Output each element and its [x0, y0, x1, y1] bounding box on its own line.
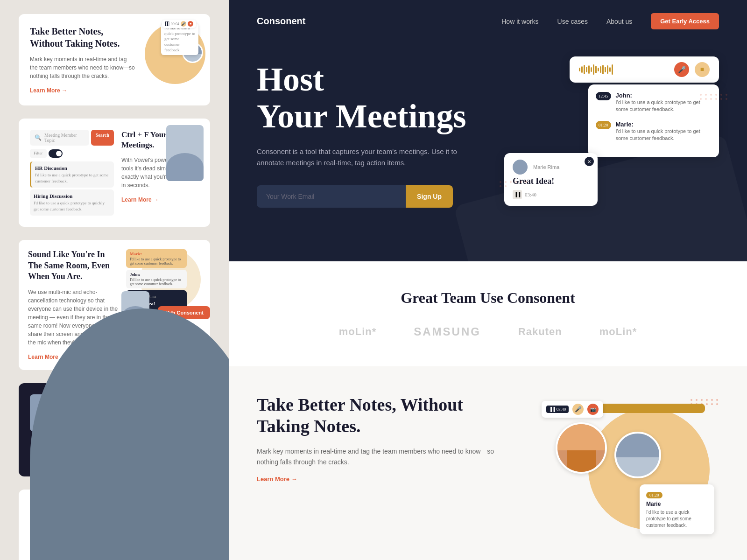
mic-button[interactable]: 🎤 — [674, 62, 689, 77]
navbar: Consonent How it works Use cases About u… — [229, 0, 747, 42]
chat-text-john: I'd like to use a quick prototype to get… — [616, 99, 712, 113]
chat-time-john: 12:45 — [596, 92, 611, 100]
idea-close-button[interactable]: ✕ — [585, 157, 594, 166]
feature-learn-more[interactable]: Learn More → — [257, 476, 297, 483]
idea-avatar — [513, 160, 528, 175]
search-button[interactable]: Search — [91, 130, 114, 146]
feature-desc: Mark key moments in real-time and tag th… — [257, 446, 514, 467]
feature-text: Take Better Notes, Without Taking Notes.… — [257, 394, 514, 483]
right-panel: Consonent How it works Use cases About u… — [229, 0, 747, 560]
card-notes-text: Mark key moments in real-time and tag th… — [30, 55, 135, 80]
dot-pattern-hero — [700, 94, 728, 100]
nav-cta-button[interactable]: Get Early Access — [651, 13, 719, 29]
hero-section: Consonent How it works Use cases About u… — [229, 0, 747, 261]
chat-time-marie: 01:20 — [596, 121, 611, 129]
chat-name-john: John: — [616, 92, 712, 99]
brands-grid: moLin* SAMSUNG Rakuten moLin* — [257, 325, 719, 338]
audio-bar: 🎤 ■ — [570, 56, 719, 83]
brand-logo-samsung: SAMSUNG — [414, 325, 481, 338]
audio-wave — [579, 64, 669, 75]
nav-links: How it works Use cases About us Get Earl… — [501, 13, 719, 29]
card-ctrlf-learn-more[interactable]: Learn More → — [121, 196, 159, 203]
feature-cam-icon[interactable]: 📷 — [587, 404, 599, 415]
list-item-2: Hiring Discussion — [34, 193, 110, 199]
brand-logo-molin2: moLin* — [599, 326, 637, 338]
card-sound-title: Sound Like You're In The Same Room, Even… — [28, 249, 119, 282]
stop-button[interactable]: ■ — [695, 62, 710, 77]
card-testimonial: ❝ Consient Helps You Monitor Your Conten… — [19, 383, 210, 476]
feature-marie-bubble: 01:20 Marie I'd like to use a quick prot… — [640, 484, 714, 534]
hero-left: Host Your Meetings Consonent is a tool t… — [257, 61, 481, 208]
feature-marie-time-badge: 01:20 — [646, 492, 662, 498]
brand-logo-molin1: moLin* — [339, 326, 377, 338]
feature-illustration: ▐▐ 03:40 🎤 📷 01:20 Marie I — [542, 394, 719, 544]
nav-about-us[interactable]: About us — [606, 18, 632, 25]
card-notes-title: Take Better Notes, Without Taking Notes. — [30, 25, 135, 49]
dot-pattern-hero2 — [500, 181, 528, 187]
idea-person-name: Marie Rima — [533, 164, 559, 170]
feature-mic-icon[interactable]: 🎤 — [572, 404, 584, 415]
signup-button[interactable]: Sign Up — [406, 185, 453, 208]
nav-how-it-works[interactable]: How it works — [501, 18, 538, 25]
card-search: 🔍 Meeting Member Topic Search Filter HR … — [19, 119, 210, 227]
nav-use-cases[interactable]: Use cases — [557, 18, 588, 25]
brand-logo-rakuten: Rakuten — [518, 326, 562, 338]
features-section: Take Better Notes, Without Taking Notes.… — [229, 366, 747, 560]
email-input[interactable] — [257, 185, 406, 208]
nav-logo: Consonent — [257, 16, 305, 27]
chat-message-marie: 01:20 Marie: I'd like to use a quick pro… — [596, 121, 712, 142]
hero-subtitle: Consonent is a tool that captures your t… — [257, 146, 481, 168]
feature-mini-player: ▐▐ 03:40 🎤 📷 — [542, 401, 603, 418]
feature-title: Take Better Notes, Without Taking Notes. — [257, 394, 514, 437]
chat-name-marie: Marie: — [616, 121, 712, 128]
feature-player-time: 03:40 — [557, 407, 566, 412]
feature-avatars — [556, 422, 661, 478]
list-item-1: HR Discussion — [35, 165, 110, 171]
feature-marie-name: Marie — [646, 501, 708, 507]
hero-title: Host Your Meetings — [257, 61, 481, 135]
brands-section: Great Team Use Consonent moLin* SAMSUNG … — [229, 261, 747, 366]
testimonial-avatar — [30, 394, 58, 432]
chat-text-marie: I'd like to use a quick prototype to get… — [616, 128, 712, 142]
left-panel: Take Better Notes, Without Taking Notes.… — [0, 0, 229, 560]
card-notes-learn-more[interactable]: Learn More → — [30, 87, 67, 94]
brands-title: Great Team Use Consonent — [257, 289, 719, 307]
hero-form: Sign Up — [257, 185, 453, 208]
card-notes: Take Better Notes, Without Taking Notes.… — [19, 14, 210, 105]
feature-marie-text: I'd like to use a quick prototype to get… — [646, 509, 708, 529]
search-placeholder: Meeting Member Topic — [44, 133, 85, 143]
chat-message-john: 12:45 John: I'd like to use a quick prot… — [596, 92, 712, 113]
